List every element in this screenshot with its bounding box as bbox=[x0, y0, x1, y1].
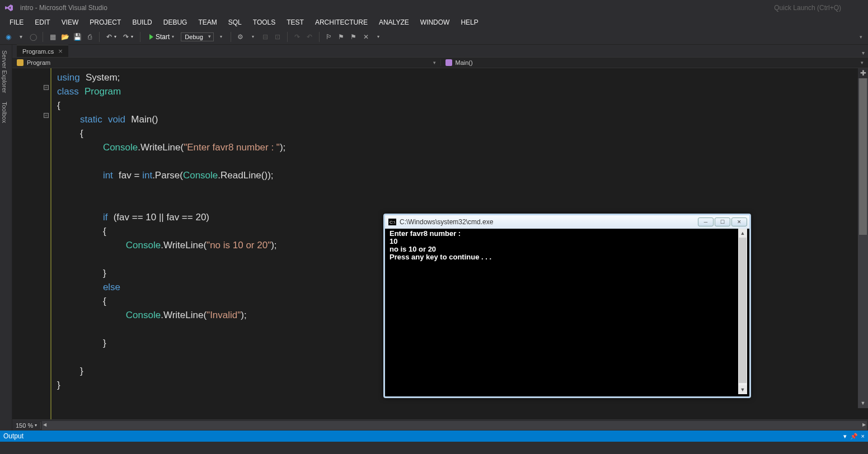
menu-item-view[interactable]: VIEW bbox=[57, 17, 84, 27]
menu-item-project[interactable]: PROJECT bbox=[85, 17, 126, 27]
scrollbar-thumb[interactable] bbox=[859, 78, 867, 235]
cmd-minimize-button[interactable]: ─ bbox=[698, 217, 714, 226]
fold-toggle-icon[interactable]: − bbox=[44, 85, 49, 90]
panel-close-icon[interactable]: × bbox=[861, 433, 865, 440]
editor-gutter: − − bbox=[12, 68, 51, 419]
separator bbox=[140, 32, 140, 42]
bookmark4-icon[interactable]: ✕ bbox=[361, 32, 371, 42]
output-panel-header[interactable]: Output ▾ 📌 × bbox=[0, 431, 868, 442]
separator bbox=[99, 32, 100, 42]
cmd-window[interactable]: C:\ C:\Windows\system32\cmd.exe ─ ☐ ✕ En… bbox=[383, 214, 751, 398]
zoom-label: 150 % bbox=[16, 422, 33, 429]
config-dropdown[interactable]: Debug bbox=[181, 32, 213, 41]
bookmark3-icon[interactable]: ⚑ bbox=[349, 32, 359, 42]
side-tab-well: Server ExplorerToolbox bbox=[0, 45, 12, 431]
output-tools: ▾ 📌 × bbox=[843, 433, 865, 440]
class-icon bbox=[17, 59, 24, 66]
scroll-down-icon[interactable]: ▼ bbox=[858, 398, 868, 408]
vertical-scrollbar[interactable]: ▲ ▼ bbox=[858, 68, 868, 408]
side-tab-server-explorer[interactable]: Server Explorer bbox=[0, 46, 12, 97]
method-icon bbox=[445, 59, 452, 66]
editor-footer: 150 % ▾ bbox=[12, 419, 868, 431]
step-icon[interactable]: ↷ bbox=[292, 32, 302, 42]
menu-item-test[interactable]: TEST bbox=[281, 17, 309, 27]
file-tab-strip: Program.cs × ▾ bbox=[12, 45, 868, 57]
title-bar: intro - Microsoft Visual Studio Quick La… bbox=[0, 0, 868, 16]
undo-button[interactable]: ↶ ▾ bbox=[104, 33, 119, 41]
tab-overflow-icon[interactable]: ▾ bbox=[858, 49, 868, 57]
separator bbox=[319, 32, 320, 42]
nav-scope-dropdown[interactable]: Program bbox=[12, 59, 440, 66]
cmd-title-bar[interactable]: C:\ C:\Windows\system32\cmd.exe ─ ☐ ✕ bbox=[385, 215, 749, 229]
close-icon[interactable]: × bbox=[58, 47, 63, 55]
menu-item-analyze[interactable]: ANALYZE bbox=[374, 17, 414, 27]
uncomment-icon[interactable]: ⊡ bbox=[273, 32, 283, 42]
quick-launch-field[interactable]: Quick Launch (Ctrl+Q) bbox=[774, 4, 864, 12]
open-icon[interactable]: 📂 bbox=[60, 32, 70, 42]
nav-member-dropdown[interactable]: Main() bbox=[440, 59, 869, 66]
comment-icon[interactable]: ⊟ bbox=[260, 32, 270, 42]
file-tab-active[interactable]: Program.cs × bbox=[17, 45, 68, 57]
vs-logo-icon bbox=[4, 3, 13, 12]
panel-pin-icon[interactable]: 📌 bbox=[850, 433, 858, 440]
separator bbox=[231, 32, 231, 42]
fold-toggle-icon[interactable]: − bbox=[44, 113, 49, 118]
tool-drop-icon[interactable]: ▾ bbox=[248, 32, 258, 42]
status-bar bbox=[0, 442, 868, 454]
panel-dropdown-icon[interactable]: ▾ bbox=[843, 433, 847, 440]
toolbar-expand-icon[interactable]: ▾ bbox=[860, 34, 865, 40]
menu-item-edit[interactable]: EDIT bbox=[30, 17, 55, 27]
cmd-maximize-button[interactable]: ☐ bbox=[715, 217, 730, 226]
nav-scope-label: Program bbox=[27, 59, 50, 66]
menu-item-sql[interactable]: SQL bbox=[223, 17, 247, 27]
horizontal-scrollbar[interactable] bbox=[42, 421, 867, 430]
start-label: Start bbox=[156, 33, 170, 41]
bookmark2-icon[interactable]: ⚑ bbox=[336, 32, 346, 42]
nav-fwd2-icon[interactable]: ◯ bbox=[28, 32, 38, 42]
window-title: intro - Microsoft Visual Studio bbox=[20, 4, 107, 12]
menu-item-architecture[interactable]: ARCHITECTURE bbox=[310, 17, 373, 27]
cmd-close-button[interactable]: ✕ bbox=[731, 217, 747, 226]
toolbar: ◉ ▾ ◯ ▦ 📂 💾 ⎙ ↶ ▾ ↷ ▾ Start ▾ Debug ▾ ⚙ … bbox=[0, 29, 868, 45]
separator bbox=[287, 32, 288, 42]
step2-icon[interactable]: ↶ bbox=[304, 32, 315, 42]
side-tab-toolbox[interactable]: Toolbox bbox=[0, 97, 12, 127]
file-tab-label: Program.cs bbox=[22, 48, 54, 55]
cmd-icon: C:\ bbox=[388, 219, 396, 225]
scrollbar-thumb[interactable] bbox=[739, 238, 747, 383]
menu-item-debug[interactable]: DEBUG bbox=[158, 17, 193, 27]
output-label: Output bbox=[3, 432, 24, 440]
cmd-title-text: C:\Windows\system32\cmd.exe bbox=[400, 218, 493, 226]
save-all-icon[interactable]: ⎙ bbox=[85, 32, 95, 42]
cmd-scrollbar[interactable]: ▲ ▼ bbox=[738, 229, 747, 394]
menu-item-window[interactable]: WINDOW bbox=[415, 17, 455, 27]
menu-item-build[interactable]: BUILD bbox=[127, 17, 157, 27]
redo-button[interactable]: ↷ ▾ bbox=[121, 33, 135, 41]
toolbar-overflow-icon[interactable]: ▾ bbox=[373, 32, 383, 42]
nav-fwd-icon[interactable]: ▾ bbox=[16, 32, 26, 42]
split-icon[interactable]: ✚ bbox=[858, 68, 868, 78]
menu-item-file[interactable]: FILE bbox=[4, 17, 29, 27]
save-icon[interactable]: 💾 bbox=[72, 32, 82, 42]
nav-back-icon[interactable]: ◉ bbox=[3, 32, 13, 42]
separator bbox=[43, 32, 43, 42]
bookmark-icon[interactable]: 🏳 bbox=[324, 32, 334, 42]
menu-item-tools[interactable]: TOOLS bbox=[248, 17, 280, 27]
nav-member-label: Main() bbox=[456, 59, 473, 66]
nav-bar: Program Main() bbox=[12, 57, 868, 68]
menu-item-team[interactable]: TEAM bbox=[193, 17, 222, 27]
start-button[interactable]: Start ▾ bbox=[145, 33, 179, 41]
tool-icon[interactable]: ⚙ bbox=[236, 32, 246, 42]
new-project-icon[interactable]: ▦ bbox=[48, 32, 58, 42]
menu-item-help[interactable]: HELP bbox=[456, 17, 483, 27]
config-drop-icon[interactable]: ▾ bbox=[216, 32, 226, 42]
scroll-up-icon[interactable]: ▲ bbox=[738, 229, 747, 238]
scroll-down-icon[interactable]: ▼ bbox=[738, 385, 747, 394]
zoom-dropdown[interactable]: 150 % ▾ bbox=[12, 422, 41, 429]
cmd-output[interactable]: Enter favr8 number : 10 no is 10 or 20 P… bbox=[387, 229, 747, 394]
play-icon bbox=[149, 34, 153, 40]
menu-bar: FILEEDITVIEWPROJECTBUILDDEBUGTEAMSQLTOOL… bbox=[0, 16, 868, 29]
